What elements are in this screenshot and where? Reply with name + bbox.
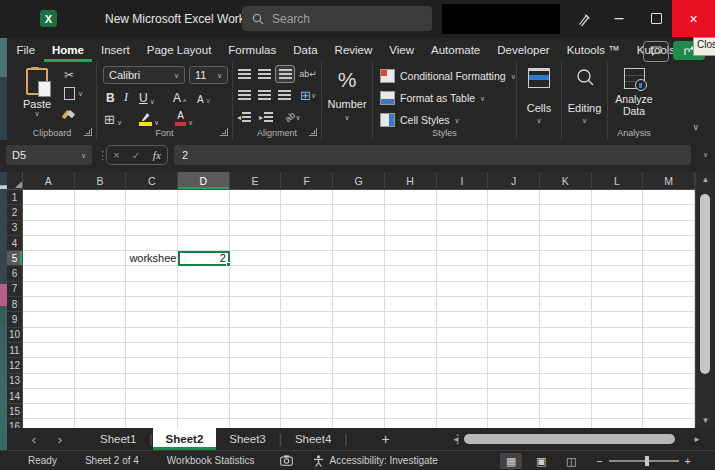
cell-D5[interactable]: 2 [178,251,230,266]
cell-C9[interactable] [126,312,178,327]
cell-H15[interactable] [385,404,437,419]
cell-F12[interactable] [281,358,333,373]
decrease-indent-button[interactable]: ◂ [235,109,253,125]
column-header-E[interactable]: E [230,172,282,189]
cell-J9[interactable] [488,312,540,327]
cell-A3[interactable] [23,221,75,236]
cell-F7[interactable] [281,282,333,297]
cell-H10[interactable] [385,328,437,343]
cell-M10[interactable] [643,328,695,343]
cell-I4[interactable] [437,236,489,251]
cell-H14[interactable] [385,389,437,404]
cell-F10[interactable] [281,328,333,343]
cell-L12[interactable] [592,358,644,373]
format-as-table-button[interactable]: Format as Table ∨ [380,91,485,105]
maximize-button[interactable] [640,0,672,36]
font-family-combo[interactable]: Calibri ∨ [103,66,185,84]
cell-K16[interactable] [540,419,592,428]
cell-D12[interactable] [178,358,230,373]
cell-B4[interactable] [75,236,127,251]
cell-J16[interactable] [488,419,540,428]
cell-G8[interactable] [333,297,385,312]
cell-L16[interactable] [592,419,644,428]
column-header-M[interactable]: M [643,172,695,189]
cell-M13[interactable] [643,374,695,389]
cell-B10[interactable] [75,328,127,343]
cell-L10[interactable] [592,328,644,343]
cell-H13[interactable] [385,374,437,389]
cell-E13[interactable] [230,374,282,389]
name-box[interactable]: D5 ∨ [6,145,92,165]
column-header-J[interactable]: J [488,172,540,189]
cell-M15[interactable] [643,404,695,419]
cell-F16[interactable] [281,419,333,428]
cell-J15[interactable] [488,404,540,419]
column-header-H[interactable]: H [385,172,437,189]
decrease-font-button[interactable]: A∨ [197,89,211,105]
minimize-button[interactable]: – [603,0,635,36]
tab-data[interactable]: Data [285,38,326,62]
tab-review[interactable]: Review [326,38,381,62]
underline-button[interactable]: U ∨ [139,89,155,105]
cell-M11[interactable] [643,343,695,358]
cell-F11[interactable] [281,343,333,358]
cell-C5[interactable]: worksheet [126,251,178,266]
cell-D4[interactable] [178,236,230,251]
cell-H7[interactable] [385,282,437,297]
row-header-15[interactable]: 15 [7,404,23,419]
row-header-9[interactable]: 9 [7,312,23,327]
horizontal-scrollbar[interactable]: ◄ ► [452,432,701,446]
row-header-16[interactable]: 16 [7,419,23,428]
cell-M9[interactable] [643,312,695,327]
cell-E16[interactable] [230,419,282,428]
cell-H6[interactable] [385,266,437,281]
font-dialog-launcher[interactable] [220,128,228,136]
merge-center-button[interactable]: ⊞ ∨ [295,87,321,103]
cell-J3[interactable] [488,221,540,236]
cell-M16[interactable] [643,419,695,428]
sheet-tab-sheet1[interactable]: Sheet1 [87,428,149,450]
cell-F14[interactable] [281,389,333,404]
top-align-button[interactable] [235,66,253,82]
cell-A6[interactable] [23,266,75,281]
cell-A14[interactable] [23,389,75,404]
cell-H8[interactable] [385,297,437,312]
wrap-text-button[interactable]: ab↵ [299,66,317,82]
cell-L14[interactable] [592,389,644,404]
cell-L2[interactable] [592,205,644,220]
zoom-slider[interactable] [609,460,679,462]
cell-L15[interactable] [592,404,644,419]
cell-G15[interactable] [333,404,385,419]
zoom-slider-thumb[interactable] [645,456,649,466]
bottom-align-button[interactable] [275,65,295,83]
cell-C3[interactable] [126,221,178,236]
collapse-ribbon-button[interactable]: ∨ [692,123,699,132]
cell-K5[interactable] [540,251,592,266]
cell-D9[interactable] [178,312,230,327]
cell-C1[interactable] [126,190,178,205]
cell-A8[interactable] [23,297,75,312]
cell-A1[interactable] [23,190,75,205]
cell-E9[interactable] [230,312,282,327]
cell-J13[interactable] [488,374,540,389]
cell-M2[interactable] [643,205,695,220]
cell-B12[interactable] [75,358,127,373]
row-header-6[interactable]: 6 [7,266,23,281]
cell-C16[interactable] [126,419,178,428]
italic-button[interactable]: I [124,89,128,105]
cut-button[interactable]: ✂ [64,67,94,83]
cell-G5[interactable] [333,251,385,266]
format-painter-button[interactable] [64,106,94,122]
cell-G6[interactable] [333,266,385,281]
scroll-right-icon[interactable]: ► [693,435,701,444]
cell-B1[interactable] [75,190,127,205]
clipboard-dialog-launcher[interactable] [84,128,92,136]
cell-F9[interactable] [281,312,333,327]
previous-sheet-button[interactable]: ‹ [21,432,47,447]
cell-E15[interactable] [230,404,282,419]
expand-formula-bar-button[interactable]: ∨ [703,151,708,158]
enter-icon[interactable]: ✓ [132,150,140,161]
cell-K10[interactable] [540,328,592,343]
cell-D1[interactable] [178,190,230,205]
row-header-12[interactable]: 12 [7,358,23,373]
